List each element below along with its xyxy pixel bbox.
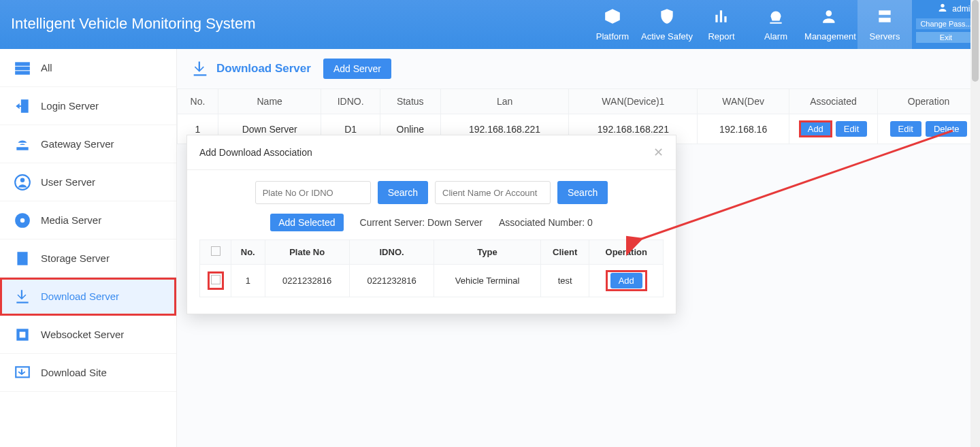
sidebar-item-download-site[interactable]: Download Site (0, 354, 176, 392)
th-type: Type (434, 240, 541, 265)
svg-line-14 (640, 131, 953, 239)
cell-plate: 0221232816 (265, 265, 349, 297)
cell-associated: Add Edit (789, 114, 878, 144)
change-password-button[interactable]: Change Pass... (916, 18, 976, 29)
client-search-button[interactable]: Search (557, 181, 608, 204)
plate-search-button[interactable]: Search (378, 181, 428, 204)
sidebar-item-all[interactable]: All (0, 49, 176, 87)
sidebar-item-media-server[interactable]: Media Server (0, 201, 176, 239)
svg-rect-1 (879, 10, 890, 14)
vertical-scrollbar[interactable] (970, 0, 980, 447)
th-no: No. (178, 89, 218, 114)
sidebar-item-gateway-server[interactable]: Gateway Server (0, 125, 176, 163)
select-all-checkbox[interactable] (211, 246, 220, 256)
nav-label: Report (708, 31, 734, 42)
row-add-button[interactable]: Add (610, 273, 642, 288)
nav-management[interactable]: Management (803, 0, 858, 49)
add-association-modal: Add Download Association ✕ Search Search… (186, 135, 676, 314)
add-server-button[interactable]: Add Server (323, 59, 391, 79)
sidebar-item-user-server[interactable]: User Server (0, 163, 176, 201)
plate-search-input[interactable] (255, 181, 371, 204)
th-client: Client (540, 240, 589, 265)
annotation-arrow (626, 124, 980, 260)
sidebar-item-download-server[interactable]: Download Server (0, 278, 176, 316)
th-name: Name (218, 89, 321, 114)
client-search-input[interactable] (435, 181, 551, 204)
nav-servers[interactable]: Servers (858, 0, 912, 49)
sidebar: All Login Server Gateway Server User Ser… (0, 49, 177, 447)
associated-number-label: Associated Number: 0 (499, 217, 593, 228)
op-edit-button[interactable]: Edit (890, 121, 921, 137)
cell-check (200, 265, 231, 297)
modal-title: Add Download Association (199, 147, 312, 158)
svg-rect-12 (20, 331, 26, 337)
association-table: No. Plate No IDNO. Type Client Operation… (199, 239, 664, 297)
sidebar-item-label: All (41, 62, 52, 73)
top-nav: Platform Active Safety Report Alarm Mana… (585, 0, 912, 49)
th-lan: Lan (440, 89, 569, 114)
user-info: admin (912, 0, 980, 17)
shield-icon (658, 7, 676, 27)
nav-label: Management (804, 31, 856, 42)
table-row: 1 0221232816 0221232816 Vehicle Terminal… (200, 265, 664, 297)
content-area: Download Server Add Server No. Name IDNO… (177, 49, 980, 447)
search-row: Search Search (199, 181, 664, 204)
assoc-edit-button[interactable]: Edit (836, 121, 867, 137)
app-header: Intelligent Vehicle Monitoring System Pl… (0, 0, 980, 49)
alarm-icon (767, 7, 785, 27)
nav-report[interactable]: Report (694, 0, 749, 49)
th-operation: Operation (878, 89, 980, 114)
th-wan2: WAN(Dev (698, 89, 789, 114)
svg-rect-6 (15, 71, 30, 74)
assoc-add-button[interactable]: Add (800, 121, 832, 137)
svg-rect-2 (879, 18, 890, 22)
th-no: No. (231, 240, 265, 265)
op-delete-button[interactable]: Delete (926, 121, 968, 137)
exit-button[interactable]: Exit (916, 32, 976, 43)
page-header: Download Server Add Server (177, 49, 980, 88)
th-plate: Plate No (265, 240, 349, 265)
modal-header: Add Download Association ✕ (187, 135, 676, 170)
cell-type: Vehicle Terminal (434, 265, 541, 297)
sidebar-item-label: User Server (41, 176, 95, 188)
th-status: Status (380, 89, 440, 114)
server-icon (876, 7, 894, 27)
modal-body: Search Search Add Selected Current Serve… (187, 170, 676, 314)
nav-platform[interactable]: Platform (585, 0, 640, 49)
nav-label: Alarm (764, 31, 787, 42)
meta-row: Add Selected Current Server: Down Server… (199, 214, 664, 231)
sidebar-item-label: Download Site (41, 367, 107, 378)
th-idno: IDNO. (349, 240, 434, 265)
svg-rect-5 (15, 66, 30, 69)
sidebar-item-storage-server[interactable]: Storage Server (0, 239, 176, 278)
sidebar-item-login-server[interactable]: Login Server (0, 87, 176, 125)
bar-chart-icon (713, 7, 730, 27)
current-server-label: Current Server: Down Server (360, 217, 483, 228)
svg-point-10 (20, 218, 25, 222)
page-body: All Login Server Gateway Server User Ser… (0, 49, 980, 447)
svg-point-0 (826, 10, 832, 16)
nav-alarm[interactable]: Alarm (749, 0, 803, 49)
scrollbar-thumb[interactable] (972, 0, 979, 82)
sidebar-item-label: Websocket Server (41, 329, 124, 340)
nav-active-safety[interactable]: Active Safety (640, 0, 694, 49)
row-checkbox[interactable] (211, 275, 220, 284)
sidebar-item-websocket-server[interactable]: Websocket Server (0, 316, 176, 354)
close-icon[interactable]: ✕ (653, 145, 664, 160)
svg-rect-4 (15, 62, 30, 65)
page-title-wrap: Download Server (191, 59, 311, 78)
nav-label: Servers (870, 31, 900, 42)
cell-no: 1 (231, 265, 265, 297)
user-icon (937, 2, 948, 15)
th-idno: IDNO. (321, 89, 380, 114)
sidebar-item-label: Media Server (41, 214, 101, 226)
sidebar-item-label: Gateway Server (41, 138, 114, 150)
cell-wan2: 192.168.16 (698, 114, 789, 144)
cell-client: test (540, 265, 589, 297)
cell-idno: 0221232816 (349, 265, 434, 297)
th-check (200, 240, 231, 265)
cell-op: Add (589, 265, 664, 297)
th-wan1: WAN(Device)1 (569, 89, 698, 114)
th-associated: Associated (789, 89, 878, 114)
add-selected-button[interactable]: Add Selected (270, 214, 343, 231)
